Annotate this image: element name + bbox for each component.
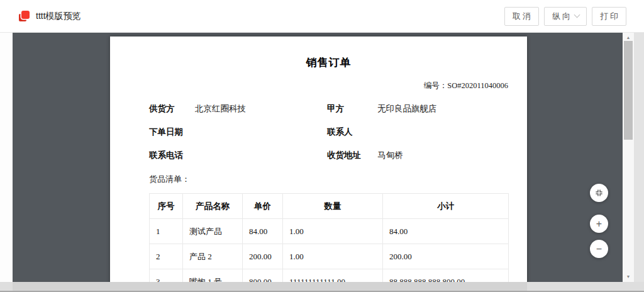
horizontal-scrollbar[interactable] (0, 282, 644, 292)
cell-index: 2 (150, 244, 183, 269)
cell-unit-price: 200.00 (243, 244, 283, 269)
goods-list-label: 货品清单： (149, 174, 508, 185)
zoom-in-icon: + (596, 218, 602, 230)
col-header-quantity: 数量 (283, 194, 383, 219)
zoom-out-button[interactable]: − (590, 240, 608, 258)
cell-product-name: 测试产品 (183, 219, 243, 244)
field-value-delivery-address: 马甸桥 (377, 150, 508, 160)
field-value-party-a: 无印良品旗舰店 (377, 104, 508, 113)
cell-subtotal: 200.00 (383, 244, 509, 269)
col-header-subtotal: 小计 (383, 194, 509, 219)
app-logo-icon (19, 11, 30, 21)
field-label-phone: 联系电话 (149, 150, 195, 160)
print-button[interactable]: 打印 (592, 7, 626, 26)
top-bar: tttt模版预览 取消 纵向 打印 (0, 0, 644, 33)
table-row: 3 嘴炮 1 号 800.00 111111111111.00 88,888,8… (150, 269, 509, 283)
orientation-dropdown-label: 纵向 (552, 11, 572, 22)
cell-quantity: 1.00 (283, 244, 383, 269)
preview-stage: 销售订单 编号：SO#202011040006 供货方 北京红圈科技 甲方 无印… (0, 33, 644, 282)
order-number-label: 编号： (424, 81, 448, 90)
horizontal-scrollbar-thumb[interactable] (13, 282, 527, 291)
table-row: 2 产品 2 200.00 1.00 200.00 (150, 244, 509, 269)
document-page: 销售订单 编号：SO#202011040006 供货方 北京红圈科技 甲方 无印… (110, 36, 527, 282)
document-title: 销售订单 (149, 55, 508, 70)
col-header-product-name: 产品名称 (183, 194, 243, 219)
page-title: tttt模版预览 (36, 11, 81, 22)
fit-to-screen-icon (595, 189, 603, 197)
zoom-out-icon: − (596, 244, 602, 255)
order-number: 编号：SO#202011040006 (149, 81, 508, 91)
col-header-index: 序号 (150, 194, 183, 219)
cell-unit-price: 800.00 (243, 269, 283, 283)
cell-quantity: 1.00 (283, 219, 383, 244)
scroll-up-icon[interactable]: ▲ (623, 33, 634, 42)
cell-subtotal: 88,888,888,888,800.00 (383, 269, 509, 283)
field-value-supplier: 北京红圈科技 (195, 104, 327, 113)
field-value-phone (195, 150, 327, 160)
print-button-label: 打印 (600, 11, 620, 22)
cell-unit-price: 84.00 (243, 219, 283, 244)
field-label-delivery-address: 收货地址 (327, 150, 377, 160)
scroll-down-icon[interactable]: ▼ (623, 272, 634, 281)
cell-quantity: 111111111111.00 (283, 269, 383, 283)
fit-to-screen-button[interactable] (590, 184, 608, 202)
col-header-unit-price: 单价 (243, 194, 283, 219)
vertical-scrollbar[interactable]: ▲ ▼ (623, 33, 634, 282)
order-fields: 供货方 北京红圈科技 甲方 无印良品旗舰店 下单日期 联系人 联系电话 收货地址… (149, 104, 508, 160)
field-label-order-date: 下单日期 (149, 127, 195, 137)
document-preview-area: 销售订单 编号：SO#202011040006 供货方 北京红圈科技 甲方 无印… (13, 33, 634, 282)
field-label-supplier: 供货方 (149, 104, 195, 113)
cancel-button[interactable]: 取消 (504, 7, 539, 26)
stage-right-margin (634, 33, 644, 282)
vertical-scrollbar-thumb[interactable] (624, 41, 633, 140)
toolbar-actions: 取消 纵向 打印 (504, 7, 626, 26)
field-label-contact: 联系人 (327, 127, 377, 137)
orientation-dropdown[interactable]: 纵向 (544, 7, 587, 26)
field-label-party-a: 甲方 (327, 104, 377, 113)
cell-index: 3 (150, 269, 183, 283)
cell-product-name: 产品 2 (183, 244, 243, 269)
zoom-in-button[interactable]: + (590, 215, 608, 233)
field-value-order-date (195, 127, 327, 137)
cell-index: 1 (150, 219, 183, 244)
chevron-down-icon (574, 12, 580, 18)
table-row: 1 测试产品 84.00 1.00 84.00 (150, 219, 509, 244)
field-value-contact (377, 127, 508, 137)
items-table: 序号 产品名称 单价 数量 小计 1 测试产品 84.00 1.00 84.00 (149, 193, 509, 282)
cancel-button-label: 取消 (513, 11, 533, 22)
items-table-header-row: 序号 产品名称 单价 数量 小计 (150, 194, 509, 219)
order-number-value: SO#202011040006 (447, 81, 508, 90)
cell-product-name: 嘴炮 1 号 (183, 269, 243, 283)
cell-subtotal: 84.00 (383, 219, 509, 244)
stage-left-margin (0, 33, 13, 282)
